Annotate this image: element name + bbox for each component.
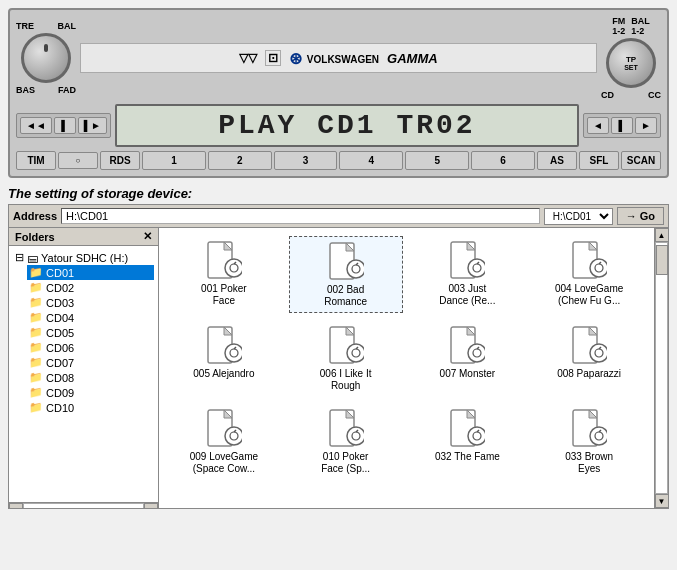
go-button[interactable]: → Go: [617, 207, 664, 225]
file-item-001[interactable]: 001 PokerFace: [167, 236, 281, 313]
nav-next-button[interactable]: ►: [635, 117, 657, 134]
folder-scroll-track: [23, 503, 144, 508]
svg-point-2: [225, 259, 242, 277]
tree-item-cd08[interactable]: 📁 CD08: [27, 370, 154, 385]
file-icon-005: [206, 325, 242, 365]
tree-item-cd06[interactable]: 📁 CD06: [27, 340, 154, 355]
scroll-down-arrow[interactable]: ▼: [655, 494, 669, 508]
display-row: ◄◄ ▌ ▌► PLAY CD1 TR02 ◄ ▌ ►: [16, 104, 661, 147]
file-label-006: 006 I Like ItRough: [320, 368, 372, 392]
tree-item-cd03[interactable]: 📁 CD03: [27, 295, 154, 310]
vertical-scrollbar[interactable]: ▲ ▼: [654, 228, 668, 508]
rds-button[interactable]: RDS: [100, 151, 140, 170]
rewind-button[interactable]: ◄◄: [20, 117, 52, 134]
as-button[interactable]: AS: [537, 151, 577, 170]
root-label: Yatour SDHC (H:): [41, 252, 128, 264]
file-icon-008: [571, 325, 607, 365]
file-label-033: 033 BrownEyes: [565, 451, 613, 475]
nav-stop-button[interactable]: ▌: [611, 117, 633, 134]
file-label-003: 003 JustDance (Re...: [439, 283, 495, 307]
right-panel: FM1-2 BAL1-2 TP SET CD CC: [601, 16, 661, 100]
file-item-010[interactable]: 010 PokerFace (Sp...: [289, 404, 403, 479]
bas-label: BAS: [16, 85, 35, 95]
fad-label: FAD: [58, 85, 76, 95]
tim-button[interactable]: TIM: [16, 151, 56, 170]
left-knob-area: TRE BAL BAS FAD: [16, 21, 76, 95]
preset-5[interactable]: 5: [405, 151, 469, 170]
folder-icon-cd09: 📁: [29, 386, 43, 399]
file-icon-010: [328, 408, 364, 448]
folder-icon-cd01: 📁: [29, 266, 43, 279]
file-item-006[interactable]: 006 I Like ItRough: [289, 321, 403, 396]
svg-point-18: [225, 344, 242, 362]
bal-label: BAL: [58, 21, 77, 31]
folder-icon-cd03: 📁: [29, 296, 43, 309]
preset-1[interactable]: 1: [142, 151, 206, 170]
file-item-032[interactable]: 032 The Fame: [411, 404, 525, 479]
right-knob-area: TP SET: [606, 38, 656, 88]
address-label: Address: [13, 210, 57, 222]
browser-body: Folders ✕ ⊟ 🖴 Yatour SDHC (H:) 📁 CD01 📁: [9, 228, 668, 508]
svg-point-42: [468, 427, 485, 445]
nav-prev-button[interactable]: ◄: [587, 117, 609, 134]
tree-item-cd01[interactable]: 📁 CD01: [27, 265, 154, 280]
file-icon-032: [449, 408, 485, 448]
cd-tree-items: 📁 CD01 📁 CD02 📁 CD03 📁 CD04: [13, 265, 154, 415]
tree-item-cd07[interactable]: 📁 CD07: [27, 355, 154, 370]
preset-3[interactable]: 3: [274, 151, 338, 170]
file-icon-033: [571, 408, 607, 448]
scroll-track: [655, 242, 668, 494]
address-bar: Address H:\CD01 → Go: [9, 205, 668, 228]
gamma-label: GAMMA: [387, 51, 438, 66]
forward-button[interactable]: ▌►: [78, 117, 107, 134]
folder-close-button[interactable]: ✕: [143, 230, 152, 243]
tp-knob[interactable]: TP SET: [606, 38, 656, 88]
folder-icon-cd10: 📁: [29, 401, 43, 414]
diagram-label: The setting of storage device:: [8, 186, 669, 201]
preset-row: TIM ○ RDS 1 2 3 4 5 6 AS SFL SCAN: [16, 151, 661, 170]
file-icon-003: [449, 240, 485, 280]
dot-button[interactable]: ○: [58, 152, 98, 169]
scroll-left-arrow[interactable]: ◄: [9, 503, 23, 508]
svg-point-26: [468, 344, 485, 362]
scroll-up-arrow[interactable]: ▲: [655, 228, 669, 242]
file-label-008: 008 Paparazzi: [557, 368, 621, 380]
file-item-003[interactable]: 003 JustDance (Re...: [411, 236, 525, 313]
tree-item-cd05[interactable]: 📁 CD05: [27, 325, 154, 340]
file-item-009[interactable]: 009 LoveGame(Space Cow...: [167, 404, 281, 479]
preset-6[interactable]: 6: [471, 151, 535, 170]
svg-point-6: [347, 260, 364, 278]
file-icon-001: [206, 240, 242, 280]
file-item-008[interactable]: 008 Paparazzi: [532, 321, 646, 396]
tree-item-root[interactable]: ⊟ 🖴 Yatour SDHC (H:): [13, 250, 154, 265]
file-label-001: 001 PokerFace: [201, 283, 247, 307]
tree-item-cd10[interactable]: 📁 CD10: [27, 400, 154, 415]
file-label-007: 007 Monster: [440, 368, 496, 380]
scroll-right-arrow[interactable]: ►: [144, 503, 158, 508]
preset-4[interactable]: 4: [339, 151, 403, 170]
svg-point-22: [347, 344, 364, 362]
address-input[interactable]: [61, 208, 540, 224]
tree-item-cd02[interactable]: 📁 CD02: [27, 280, 154, 295]
file-item-002[interactable]: 002 BadRomance: [289, 236, 403, 313]
folder-icon-cd07: 📁: [29, 356, 43, 369]
left-knob[interactable]: [21, 33, 71, 83]
address-dropdown[interactable]: H:\CD01: [544, 208, 613, 225]
file-item-004[interactable]: 004 LoveGame(Chew Fu G...: [532, 236, 646, 313]
pause-button[interactable]: ▌: [54, 117, 76, 134]
sfl-button[interactable]: SFL: [579, 151, 619, 170]
file-item-005[interactable]: 005 Alejandro: [167, 321, 281, 396]
scroll-thumb[interactable]: [656, 245, 668, 275]
scan-button[interactable]: SCAN: [621, 151, 661, 170]
file-item-007[interactable]: 007 Monster: [411, 321, 525, 396]
file-label-009: 009 LoveGame(Space Cow...: [190, 451, 258, 475]
file-item-033[interactable]: 033 BrownEyes: [532, 404, 646, 479]
file-icon-004: [571, 240, 607, 280]
folder-scrollbar[interactable]: ◄ ►: [9, 502, 158, 508]
folder-tree: ⊟ 🖴 Yatour SDHC (H:) 📁 CD01 📁 CD02 📁: [9, 246, 158, 502]
tree-item-cd09[interactable]: 📁 CD09: [27, 385, 154, 400]
cc-label: CC: [648, 90, 661, 100]
radio-unit: TRE BAL BAS FAD ▽▽ ⊡ ⊛ VOLKSWAGEN GAMMA …: [8, 8, 669, 178]
tree-item-cd04[interactable]: 📁 CD04: [27, 310, 154, 325]
preset-2[interactable]: 2: [208, 151, 272, 170]
